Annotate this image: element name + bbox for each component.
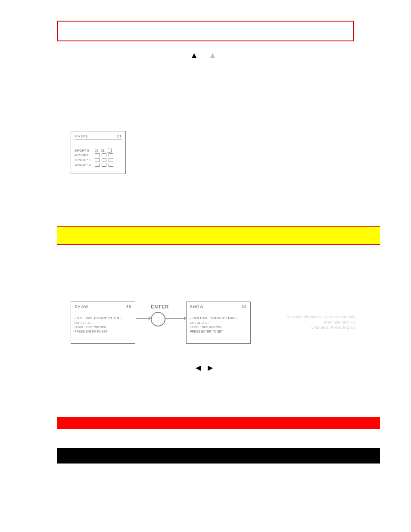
ghost-text: to select channels. Up to 8 channels bbox=[54, 314, 355, 319]
empty-cell-icon bbox=[102, 153, 106, 157]
empty-cell-icon bbox=[102, 163, 106, 167]
row-cell: 21 bbox=[101, 148, 105, 153]
show-value: 38 bbox=[126, 305, 131, 309]
table-row: GROUP 1 bbox=[75, 158, 122, 162]
row-label: SPORTS bbox=[75, 148, 93, 153]
show-title: SHOW bbox=[75, 305, 88, 309]
prime-rows: SPORTS 07 21 MOVIES GROUP 1 GROUP 2 bbox=[75, 148, 122, 167]
empty-cell-icon bbox=[95, 163, 100, 167]
nav-triangle-row: ▲ ▲ bbox=[0, 51, 411, 60]
divider bbox=[75, 310, 131, 310]
row-label: GROUP 2 bbox=[75, 162, 93, 167]
row-cell: 07 bbox=[95, 148, 99, 153]
prime-title: PRIME bbox=[75, 134, 89, 138]
prime-osd-box: PRIME 21 SPORTS 07 21 MOVIES GROUP 1 bbox=[71, 131, 126, 174]
vc-line-prompt: PRESS ENTER TO SET bbox=[190, 330, 247, 334]
right-triangle-icon: ▶ bbox=[208, 364, 215, 371]
left-triangle-icon: ◀ bbox=[196, 364, 203, 371]
red-outline-box bbox=[57, 21, 354, 41]
empty-cell-icon bbox=[95, 153, 100, 157]
table-row: GROUP 2 bbox=[75, 162, 122, 167]
red-solid-bar bbox=[57, 417, 380, 429]
show-title: SHOW bbox=[190, 305, 204, 309]
left-right-triangle-row: ◀ ▶ bbox=[0, 364, 411, 372]
ghost-text: channels. Press MENU bbox=[54, 325, 355, 330]
ghost-text: then use only 13 bbox=[54, 320, 355, 324]
table-row: SPORTS 07 21 bbox=[75, 148, 122, 153]
up-triangle-faint-icon: ▲ bbox=[209, 51, 221, 59]
empty-cell-icon bbox=[107, 149, 112, 152]
row-label: MOVIES bbox=[75, 153, 93, 158]
prime-value: 21 bbox=[117, 134, 122, 138]
empty-cell-icon bbox=[109, 163, 113, 167]
yellow-highlight-bar bbox=[57, 226, 380, 245]
enter-label: ENTER bbox=[151, 304, 169, 309]
prime-header: PRIME 21 bbox=[75, 134, 122, 138]
document-page: ▲ ▲ PRIME 21 SPORTS 07 21 MOVIES GROUP bbox=[0, 0, 411, 532]
empty-cell-icon bbox=[95, 158, 100, 162]
empty-cell-icon bbox=[109, 158, 113, 162]
vc-line-prompt: PRESS ENTER TO SET bbox=[75, 330, 131, 334]
show-header: SHOW 38 bbox=[190, 305, 247, 309]
divider bbox=[190, 310, 247, 310]
up-triangle-icon: ▲ bbox=[190, 51, 202, 59]
black-bar bbox=[57, 448, 380, 464]
empty-cell-icon bbox=[102, 158, 106, 162]
divider bbox=[75, 139, 122, 140]
empty-cell-icon bbox=[109, 153, 113, 157]
show-header: SHOW 38 bbox=[75, 305, 131, 309]
table-row: MOVIES bbox=[75, 153, 122, 158]
show-value: 38 bbox=[242, 305, 247, 309]
row-label: GROUP 1 bbox=[75, 158, 93, 162]
